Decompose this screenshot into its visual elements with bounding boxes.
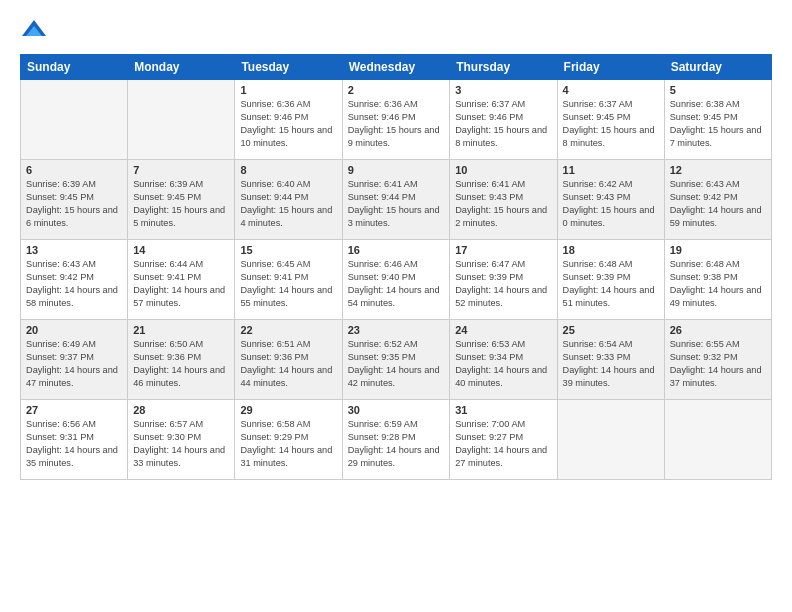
day-info: Sunrise: 6:39 AM Sunset: 9:45 PM Dayligh… (133, 178, 229, 230)
day-info: Sunrise: 6:44 AM Sunset: 9:41 PM Dayligh… (133, 258, 229, 310)
weekday-monday: Monday (128, 55, 235, 80)
day-info: Sunrise: 6:43 AM Sunset: 9:42 PM Dayligh… (670, 178, 766, 230)
weekday-tuesday: Tuesday (235, 55, 342, 80)
day-info: Sunrise: 6:46 AM Sunset: 9:40 PM Dayligh… (348, 258, 445, 310)
day-cell: 23Sunrise: 6:52 AM Sunset: 9:35 PM Dayli… (342, 320, 450, 400)
weekday-sunday: Sunday (21, 55, 128, 80)
weekday-header-row: SundayMondayTuesdayWednesdayThursdayFrid… (21, 55, 772, 80)
week-row-4: 20Sunrise: 6:49 AM Sunset: 9:37 PM Dayli… (21, 320, 772, 400)
weekday-thursday: Thursday (450, 55, 557, 80)
day-number: 8 (240, 164, 336, 176)
day-cell: 1Sunrise: 6:36 AM Sunset: 9:46 PM Daylig… (235, 80, 342, 160)
week-row-1: 1Sunrise: 6:36 AM Sunset: 9:46 PM Daylig… (21, 80, 772, 160)
day-number: 1 (240, 84, 336, 96)
day-info: Sunrise: 6:45 AM Sunset: 9:41 PM Dayligh… (240, 258, 336, 310)
day-number: 21 (133, 324, 229, 336)
day-number: 16 (348, 244, 445, 256)
week-row-2: 6Sunrise: 6:39 AM Sunset: 9:45 PM Daylig… (21, 160, 772, 240)
day-cell: 28Sunrise: 6:57 AM Sunset: 9:30 PM Dayli… (128, 400, 235, 480)
day-number: 4 (563, 84, 659, 96)
day-cell: 18Sunrise: 6:48 AM Sunset: 9:39 PM Dayli… (557, 240, 664, 320)
day-cell: 6Sunrise: 6:39 AM Sunset: 9:45 PM Daylig… (21, 160, 128, 240)
week-row-5: 27Sunrise: 6:56 AM Sunset: 9:31 PM Dayli… (21, 400, 772, 480)
day-cell: 4Sunrise: 6:37 AM Sunset: 9:45 PM Daylig… (557, 80, 664, 160)
day-info: Sunrise: 6:48 AM Sunset: 9:38 PM Dayligh… (670, 258, 766, 310)
day-cell: 12Sunrise: 6:43 AM Sunset: 9:42 PM Dayli… (664, 160, 771, 240)
day-number: 24 (455, 324, 551, 336)
day-cell: 5Sunrise: 6:38 AM Sunset: 9:45 PM Daylig… (664, 80, 771, 160)
day-info: Sunrise: 6:50 AM Sunset: 9:36 PM Dayligh… (133, 338, 229, 390)
day-number: 13 (26, 244, 122, 256)
day-cell: 7Sunrise: 6:39 AM Sunset: 9:45 PM Daylig… (128, 160, 235, 240)
day-cell: 30Sunrise: 6:59 AM Sunset: 9:28 PM Dayli… (342, 400, 450, 480)
day-info: Sunrise: 6:59 AM Sunset: 9:28 PM Dayligh… (348, 418, 445, 470)
day-number: 2 (348, 84, 445, 96)
day-number: 25 (563, 324, 659, 336)
day-number: 5 (670, 84, 766, 96)
day-number: 27 (26, 404, 122, 416)
day-number: 29 (240, 404, 336, 416)
day-info: Sunrise: 6:41 AM Sunset: 9:44 PM Dayligh… (348, 178, 445, 230)
day-cell (128, 80, 235, 160)
day-info: Sunrise: 6:42 AM Sunset: 9:43 PM Dayligh… (563, 178, 659, 230)
day-info: Sunrise: 6:49 AM Sunset: 9:37 PM Dayligh… (26, 338, 122, 390)
day-info: Sunrise: 6:47 AM Sunset: 9:39 PM Dayligh… (455, 258, 551, 310)
day-cell (557, 400, 664, 480)
day-cell: 26Sunrise: 6:55 AM Sunset: 9:32 PM Dayli… (664, 320, 771, 400)
day-number: 23 (348, 324, 445, 336)
day-number: 22 (240, 324, 336, 336)
day-info: Sunrise: 6:38 AM Sunset: 9:45 PM Dayligh… (670, 98, 766, 150)
day-cell: 15Sunrise: 6:45 AM Sunset: 9:41 PM Dayli… (235, 240, 342, 320)
day-info: Sunrise: 6:37 AM Sunset: 9:46 PM Dayligh… (455, 98, 551, 150)
day-number: 9 (348, 164, 445, 176)
day-info: Sunrise: 6:52 AM Sunset: 9:35 PM Dayligh… (348, 338, 445, 390)
day-cell: 31Sunrise: 7:00 AM Sunset: 9:27 PM Dayli… (450, 400, 557, 480)
day-number: 26 (670, 324, 766, 336)
day-info: Sunrise: 6:48 AM Sunset: 9:39 PM Dayligh… (563, 258, 659, 310)
day-cell: 9Sunrise: 6:41 AM Sunset: 9:44 PM Daylig… (342, 160, 450, 240)
day-info: Sunrise: 6:58 AM Sunset: 9:29 PM Dayligh… (240, 418, 336, 470)
day-number: 30 (348, 404, 445, 416)
day-info: Sunrise: 6:54 AM Sunset: 9:33 PM Dayligh… (563, 338, 659, 390)
day-cell: 27Sunrise: 6:56 AM Sunset: 9:31 PM Dayli… (21, 400, 128, 480)
day-cell: 3Sunrise: 6:37 AM Sunset: 9:46 PM Daylig… (450, 80, 557, 160)
day-cell: 24Sunrise: 6:53 AM Sunset: 9:34 PM Dayli… (450, 320, 557, 400)
day-cell: 29Sunrise: 6:58 AM Sunset: 9:29 PM Dayli… (235, 400, 342, 480)
day-info: Sunrise: 6:43 AM Sunset: 9:42 PM Dayligh… (26, 258, 122, 310)
day-cell: 11Sunrise: 6:42 AM Sunset: 9:43 PM Dayli… (557, 160, 664, 240)
logo (20, 16, 52, 44)
day-info: Sunrise: 7:00 AM Sunset: 9:27 PM Dayligh… (455, 418, 551, 470)
day-number: 3 (455, 84, 551, 96)
day-cell: 25Sunrise: 6:54 AM Sunset: 9:33 PM Dayli… (557, 320, 664, 400)
day-info: Sunrise: 6:36 AM Sunset: 9:46 PM Dayligh… (240, 98, 336, 150)
day-info: Sunrise: 6:37 AM Sunset: 9:45 PM Dayligh… (563, 98, 659, 150)
header (20, 16, 772, 44)
day-number: 12 (670, 164, 766, 176)
day-number: 28 (133, 404, 229, 416)
day-number: 31 (455, 404, 551, 416)
day-cell: 17Sunrise: 6:47 AM Sunset: 9:39 PM Dayli… (450, 240, 557, 320)
day-cell: 2Sunrise: 6:36 AM Sunset: 9:46 PM Daylig… (342, 80, 450, 160)
day-info: Sunrise: 6:57 AM Sunset: 9:30 PM Dayligh… (133, 418, 229, 470)
day-info: Sunrise: 6:53 AM Sunset: 9:34 PM Dayligh… (455, 338, 551, 390)
day-cell: 13Sunrise: 6:43 AM Sunset: 9:42 PM Dayli… (21, 240, 128, 320)
day-info: Sunrise: 6:55 AM Sunset: 9:32 PM Dayligh… (670, 338, 766, 390)
day-number: 19 (670, 244, 766, 256)
weekday-friday: Friday (557, 55, 664, 80)
weekday-wednesday: Wednesday (342, 55, 450, 80)
day-info: Sunrise: 6:41 AM Sunset: 9:43 PM Dayligh… (455, 178, 551, 230)
day-number: 11 (563, 164, 659, 176)
day-number: 10 (455, 164, 551, 176)
weekday-saturday: Saturday (664, 55, 771, 80)
day-number: 15 (240, 244, 336, 256)
day-number: 7 (133, 164, 229, 176)
day-info: Sunrise: 6:51 AM Sunset: 9:36 PM Dayligh… (240, 338, 336, 390)
day-cell: 14Sunrise: 6:44 AM Sunset: 9:41 PM Dayli… (128, 240, 235, 320)
day-cell: 10Sunrise: 6:41 AM Sunset: 9:43 PM Dayli… (450, 160, 557, 240)
day-cell (21, 80, 128, 160)
day-info: Sunrise: 6:36 AM Sunset: 9:46 PM Dayligh… (348, 98, 445, 150)
calendar: SundayMondayTuesdayWednesdayThursdayFrid… (20, 54, 772, 480)
day-number: 17 (455, 244, 551, 256)
day-cell: 22Sunrise: 6:51 AM Sunset: 9:36 PM Dayli… (235, 320, 342, 400)
day-cell: 20Sunrise: 6:49 AM Sunset: 9:37 PM Dayli… (21, 320, 128, 400)
